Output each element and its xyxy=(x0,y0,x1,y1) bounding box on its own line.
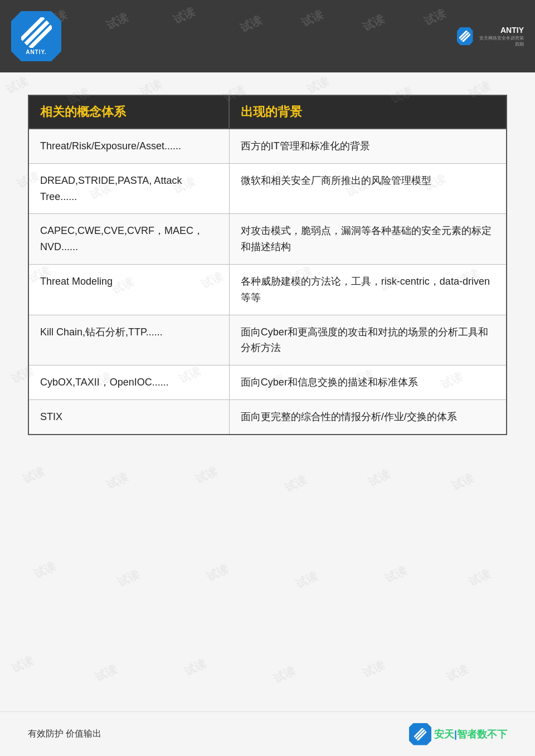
footer-brand-antiy: 安天 xyxy=(434,729,454,740)
pwm-28: 试读 xyxy=(193,464,220,487)
table-row-4-right: 面向Cyber和更高强度的攻击和对抗的场景的分析工具和分析方法 xyxy=(229,315,507,365)
table-row-4-left: Kill Chain,钻石分析,TTP...... xyxy=(28,315,229,365)
table-row-6-left: STIX xyxy=(28,399,229,434)
pwm-34: 试读 xyxy=(204,562,231,584)
table-row-0-left: Threat/Risk/Exposure/Asset...... xyxy=(28,129,229,163)
right-brand-badge: 安天网络安全冬训营第四期 xyxy=(476,35,524,47)
logo-stripes xyxy=(21,17,52,48)
pwm-37: 试读 xyxy=(466,567,493,589)
table-row-1-left: DREAD,STRIDE,PASTA, Attack Tree...... xyxy=(28,163,229,214)
pwm-30: 试读 xyxy=(366,467,392,490)
table-row: CAPEC,CWE,CVE,CVRF，MAEC，NVD......对攻击模式，脆… xyxy=(28,214,507,265)
logo-text: ANTIY. xyxy=(26,49,47,55)
pwm-31: 试读 xyxy=(449,471,476,494)
right-brand-name: ANTIY xyxy=(476,26,524,35)
hwm-7: 试读 xyxy=(421,6,448,29)
pwm-39: 试读 xyxy=(93,662,119,685)
hwm-2: 试读 xyxy=(104,10,130,33)
footer-brand: 安天|智者数不下 xyxy=(434,728,507,741)
concept-table: 相关的概念体系 出现的背景 Threat/Risk/Exposure/Asset… xyxy=(28,95,507,435)
table-row: Threat/Risk/Exposure/Asset......西方的IT管理和… xyxy=(28,129,507,163)
footer-left-text: 有效防护 价值输出 xyxy=(28,728,101,740)
table-row-3-left: Threat Modeling xyxy=(28,264,229,315)
header-watermarks: 试读 试读 试读 试读 试读 试读 试读 xyxy=(0,0,535,72)
header: 试读 试读 试读 试读 试读 试读 试读 ANTIY. xyxy=(0,0,535,72)
table-row-5-right: 面向Cyber和信息交换的描述和标准体系 xyxy=(229,365,507,400)
hwm-4: 试读 xyxy=(237,13,264,36)
hwm-3: 试读 xyxy=(171,4,197,27)
footer: 有效防护 价值输出 安天|智者数不下 xyxy=(0,711,535,756)
table-row: CybOX,TAXII，OpenIOC......面向Cyber和信息交换的描述… xyxy=(28,365,507,400)
header-right-logo: ANTIY 安天网络安全冬训营第四期 xyxy=(457,14,524,58)
pwm-36: 试读 xyxy=(382,563,409,586)
table-row-3-right: 各种威胁建模的方法论，工具，risk-centric，data-driven等等 xyxy=(229,264,507,315)
pwm-33: 试读 xyxy=(115,567,142,590)
pwm-27: 试读 xyxy=(104,470,130,492)
hwm-6: 试读 xyxy=(360,12,387,35)
table-row-1-right: 微软和相关安全厂商所推出的风险管理模型 xyxy=(229,163,507,214)
pwm-40: 试读 xyxy=(182,656,208,679)
table-row: DREAD,STRIDE,PASTA, Attack Tree......微软和… xyxy=(28,163,507,214)
header-logo: ANTIY. xyxy=(11,11,61,61)
col2-header: 出现的背景 xyxy=(229,95,507,129)
pwm-42: 试读 xyxy=(360,658,387,681)
pwm-1: 试读 xyxy=(3,74,30,97)
table-row: STIX面向更完整的综合性的情报分析/作业/交换的体系 xyxy=(28,399,507,434)
pwm-32: 试读 xyxy=(31,559,58,582)
table-row-5-left: CybOX,TAXII，OpenIOC...... xyxy=(28,365,229,400)
pwm-29: 试读 xyxy=(282,472,309,495)
hwm-5: 试读 xyxy=(299,7,325,30)
table-header-row: 相关的概念体系 出现的背景 xyxy=(28,95,507,129)
main-content: 试读 试读 试读 试读 试读 试读 试读 试读 试读 试读 试读 试读 试读 试… xyxy=(0,72,535,711)
table-body: Threat/Risk/Exposure/Asset......西方的IT管理和… xyxy=(28,129,507,435)
table-row: Kill Chain,钻石分析,TTP......面向Cyber和更高强度的攻击… xyxy=(28,315,507,365)
table-row-0-right: 西方的IT管理和标准化的背景 xyxy=(229,129,507,163)
footer-brand-slogan: 智者数不下 xyxy=(457,729,507,740)
footer-right: 安天|智者数不下 xyxy=(409,723,507,745)
pwm-41: 试读 xyxy=(271,664,298,686)
table-row-2-left: CAPEC,CWE,CVE,CVRF，MAEC，NVD...... xyxy=(28,214,229,265)
pwm-26: 试读 xyxy=(20,464,47,487)
footer-logo-icon xyxy=(409,723,431,745)
pwm-5: 试读 xyxy=(304,74,331,97)
pwm-38: 试读 xyxy=(9,653,36,676)
table-row-6-right: 面向更完整的综合性的情报分析/作业/交换的体系 xyxy=(229,399,507,434)
table-row: Threat Modeling各种威胁建模的方法论，工具，risk-centri… xyxy=(28,264,507,315)
table-row-2-right: 对攻击模式，脆弱点，漏洞等各种基础的安全元素的标定和描述结构 xyxy=(229,214,507,265)
col1-header: 相关的概念体系 xyxy=(28,95,229,129)
pwm-35: 试读 xyxy=(293,569,320,592)
pwm-43: 试读 xyxy=(444,662,470,685)
